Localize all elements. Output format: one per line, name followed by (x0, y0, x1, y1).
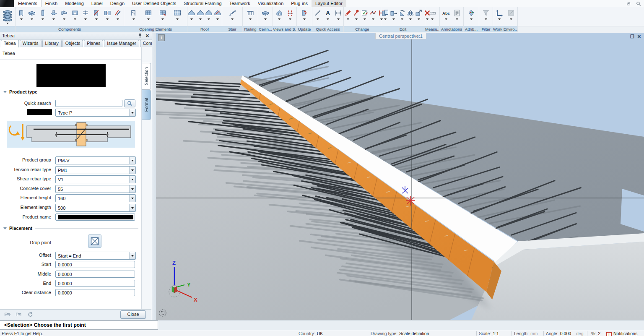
line-icon[interactable] (313, 9, 323, 20)
curtain-wall-icon[interactable] (172, 9, 182, 20)
update-3d-icon[interactable] (299, 9, 309, 20)
save-favorite-icon[interactable] (16, 311, 23, 318)
joint-icon[interactable] (102, 9, 112, 20)
viewport-3d[interactable]: Z Y X Central perspective:1 i ❐ ✕ (156, 33, 644, 320)
slanted-component-icon[interactable] (113, 9, 123, 20)
dropdown-arrow-icon[interactable] (129, 252, 135, 259)
panel-tab-planes[interactable]: Planes (84, 40, 103, 47)
menu-tab-structural-framing[interactable]: Structural Framing (180, 0, 225, 7)
view-icon[interactable] (274, 9, 284, 20)
project-layers-icon[interactable] (0, 7, 16, 32)
product-group-select[interactable]: PM-V (55, 156, 136, 164)
attributes-icon[interactable] (466, 9, 476, 20)
search-button[interactable] (124, 99, 135, 107)
menu-tab-user-defined-objects[interactable]: User-Defined Objects (128, 0, 180, 7)
element-height-select[interactable]: 160 (55, 194, 136, 202)
app-logo-redacted[interactable] (0, 0, 14, 7)
section-product-type[interactable]: Product type (3, 89, 138, 94)
end-input[interactable]: 0.0000 (55, 280, 135, 287)
label-note-icon[interactable] (452, 9, 462, 20)
tension-rebar-type-select[interactable]: PM1 (55, 166, 136, 174)
settings-gear-icon[interactable] (626, 1, 631, 7)
quick-search-input[interactable] (55, 100, 122, 107)
close-button[interactable]: Close (120, 310, 146, 319)
component-grid-icon[interactable] (80, 9, 91, 20)
stair-icon[interactable] (227, 9, 237, 20)
pin-icon[interactable] (138, 33, 143, 39)
menu-tab-visualization[interactable]: Visualization (254, 0, 288, 7)
column-icon[interactable] (38, 9, 48, 20)
prompt-box[interactable]: <Selection> Choose the first point (0, 320, 158, 330)
rotate-icon[interactable] (398, 9, 406, 20)
window-icon[interactable] (143, 9, 153, 20)
menu-tab-modeling[interactable]: Modeling (61, 0, 88, 7)
close-window-icon[interactable]: ✕ (637, 34, 641, 39)
dormer-icon[interactable] (205, 9, 213, 20)
product-name-input[interactable] (55, 214, 135, 221)
dropdown-arrow-icon[interactable] (129, 167, 135, 174)
dropdown-arrow-icon[interactable] (129, 204, 135, 211)
roof-covering-icon[interactable] (213, 9, 222, 20)
open-favorite-icon[interactable] (4, 311, 11, 318)
text-icon[interactable]: A (323, 9, 333, 20)
door-icon[interactable] (129, 9, 139, 20)
stretch-icon[interactable] (415, 9, 423, 20)
inactive-tool-icon[interactable] (506, 9, 516, 20)
foundation-icon[interactable] (49, 9, 59, 20)
panel-splitter[interactable] (152, 33, 156, 320)
side-tab-selection[interactable]: Selection (142, 63, 151, 90)
panel-tab-library[interactable]: Library (42, 40, 62, 47)
section-placement[interactable]: Placement (3, 226, 138, 231)
type-select[interactable]: Type P (55, 109, 136, 117)
dimension-icon[interactable] (333, 9, 343, 20)
reload-defaults-icon[interactable] (27, 311, 34, 318)
offset-select[interactable]: Start = End (55, 252, 136, 260)
dropdown-arrow-icon[interactable] (129, 176, 135, 183)
clear-distance-input[interactable]: 0.0000 (55, 289, 135, 296)
move-icon[interactable] (390, 9, 398, 20)
wall-opening-icon[interactable] (91, 9, 101, 20)
status-notifications[interactable]: !Notifications (606, 331, 637, 336)
shear-rebar-type-select[interactable]: V1 (55, 175, 136, 183)
abc-text-icon[interactable]: Abc (441, 9, 451, 20)
panel-tab-tebea[interactable]: Tebea (1, 40, 19, 48)
modify-points-icon[interactable] (352, 9, 361, 20)
menu-tab-finish[interactable]: Finish (42, 0, 61, 7)
wall-icon[interactable] (16, 9, 26, 20)
roof-frame-icon[interactable] (196, 9, 205, 20)
edit-pencil-icon[interactable] (344, 9, 352, 20)
measure-icon[interactable] (427, 9, 437, 20)
coordinate-system-icon[interactable] (494, 9, 504, 20)
upstand-wall-icon[interactable] (59, 9, 69, 20)
edit-properties-icon[interactable] (361, 9, 369, 20)
modify-line-icon[interactable] (369, 9, 377, 20)
roof-plane-icon[interactable] (187, 9, 196, 20)
side-tab-format[interactable]: Format (142, 90, 151, 120)
search-icon[interactable] (636, 1, 641, 7)
copy-icon[interactable] (381, 9, 390, 20)
panel-tab-issue-manager[interactable]: Issue Manager (104, 40, 139, 47)
menu-tab-design[interactable]: Design (106, 0, 128, 7)
dropdown-arrow-icon[interactable] (129, 109, 135, 116)
start-input[interactable]: 0.0000 (55, 261, 135, 268)
menu-tab-plug-ins[interactable]: Plug-ins (287, 0, 312, 7)
restore-window-icon[interactable]: ❐ (630, 34, 634, 39)
filter-funnel-icon[interactable] (481, 9, 491, 20)
menu-tab-layout-editor[interactable]: Layout Editor (312, 0, 346, 7)
drop-point-button[interactable] (88, 234, 101, 248)
ceiling-icon[interactable] (260, 9, 270, 20)
railing-icon[interactable] (245, 9, 255, 20)
panel-tab-objects[interactable]: Objects (62, 40, 83, 47)
recess-icon[interactable] (70, 9, 80, 20)
menu-tab-elements[interactable]: Elements (14, 0, 42, 7)
section-icon[interactable] (285, 9, 295, 20)
element-length-select[interactable]: 500 (55, 204, 136, 212)
middle-input[interactable]: 0.0000 (55, 271, 135, 278)
corner-window-icon[interactable] (158, 9, 168, 20)
concrete-cover-select[interactable]: 55 (55, 185, 136, 193)
dropdown-arrow-icon[interactable] (129, 185, 135, 193)
dropdown-arrow-icon[interactable] (129, 195, 135, 202)
downstand-beam-icon[interactable] (27, 9, 37, 20)
menu-tab-teamwork[interactable]: Teamwork (226, 0, 254, 7)
menu-tab-label[interactable]: Label (88, 0, 106, 7)
